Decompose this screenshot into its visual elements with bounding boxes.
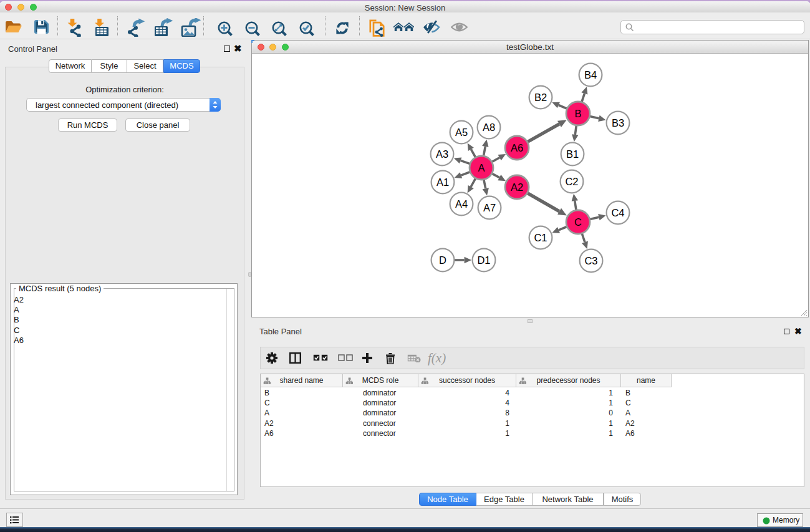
svg-text:C4: C4 [611, 207, 624, 218]
svg-text:A: A [478, 162, 485, 173]
svg-text:B1: B1 [566, 148, 579, 160]
svg-text:B4: B4 [584, 69, 597, 80]
svg-text:A3: A3 [436, 148, 448, 160]
svg-text:A7: A7 [483, 202, 496, 213]
svg-text:A6: A6 [511, 142, 523, 153]
svg-text:D1: D1 [477, 254, 490, 266]
svg-text:C1: C1 [534, 232, 547, 243]
svg-text:B2: B2 [534, 92, 547, 103]
svg-text:A8: A8 [483, 122, 495, 133]
svg-text:C3: C3 [584, 255, 597, 266]
svg-text:B3: B3 [612, 117, 624, 128]
svg-text:A1: A1 [436, 177, 449, 188]
svg-text:A4: A4 [455, 198, 468, 210]
svg-text:A2: A2 [511, 181, 523, 193]
svg-text:B: B [574, 108, 581, 119]
svg-text:D: D [439, 254, 446, 266]
svg-text:C: C [574, 216, 582, 228]
svg-text:A5: A5 [455, 127, 468, 138]
svg-text:C2: C2 [565, 176, 578, 187]
